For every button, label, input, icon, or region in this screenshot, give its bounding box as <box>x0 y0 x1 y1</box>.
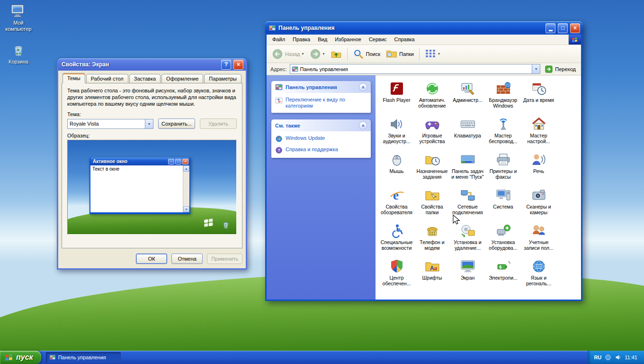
delete-button[interactable]: Удалить <box>200 118 237 129</box>
cp-item-label: Установка оборудова... <box>486 239 521 251</box>
cp-item-addhw[interactable]: Установка оборудова... <box>485 222 521 258</box>
forward-button[interactable]: ▾ <box>307 47 327 61</box>
cp-item-flash[interactable]: Flash Player <box>379 80 414 116</box>
cp-item-speech[interactable]: Речь <box>521 151 556 187</box>
cp-item-taskbarmenu[interactable]: Панель задач и меню "Пуск" <box>450 151 485 187</box>
cp-item-update[interactable]: Автоматич. обновление <box>414 80 450 116</box>
dialog-titlebar[interactable]: Свойства: Экран ? × <box>58 58 246 71</box>
back-label: Назад <box>285 51 300 57</box>
cp-item-firewall[interactable]: Брандмауэр Windows <box>485 80 521 116</box>
cp-item-wireless[interactable]: Мастер беспровод... <box>485 116 521 151</box>
tab-appearance[interactable]: Оформление <box>161 74 203 83</box>
theme-select[interactable]: Royale Vista ▼ <box>67 119 153 129</box>
language-indicator[interactable]: RU <box>594 355 601 360</box>
start-label: пуск <box>16 353 33 362</box>
cp-item-regional[interactable]: Язык и регональ... <box>521 258 556 293</box>
cp-item-access[interactable]: Специальные возможности <box>379 222 414 258</box>
power-icon <box>496 259 511 274</box>
network-tray-icon[interactable] <box>605 354 611 361</box>
cp-item-netwizard[interactable]: Мастер настрой... <box>521 116 556 151</box>
sidebar-box2-header[interactable]: См. также <box>271 119 371 131</box>
desktop-icon-my-computer[interactable]: Мой компьютер <box>0 3 37 32</box>
window-titlebar[interactable]: Панель управления □ × <box>265 21 582 35</box>
back-button[interactable]: Назад ▾ <box>269 47 306 61</box>
cp-item-sounds[interactable]: Звуки и аудиоустр... <box>379 116 414 151</box>
help-button[interactable]: ? <box>221 60 231 70</box>
taskbar-item-control-panel[interactable]: Панель управления <box>46 352 121 363</box>
menu-item-view[interactable]: Вид <box>314 35 331 45</box>
ok-button[interactable]: ОК <box>136 254 167 264</box>
cp-item-printers[interactable]: Принтеры и факсы <box>485 151 521 187</box>
cp-item-label: Язык и регональ... <box>521 275 556 286</box>
menu-item-help[interactable]: Справка <box>391 35 419 45</box>
go-button[interactable]: Переход <box>543 65 577 73</box>
cp-item-users[interactable]: Учетные записи пол... <box>521 222 556 258</box>
tab-screensaver[interactable]: Заставка <box>129 74 161 83</box>
cp-item-label: Учетные записи пол... <box>521 239 556 251</box>
cp-item-mouse[interactable]: Мышь <box>379 151 414 187</box>
address-input[interactable]: Панель управления ▼ <box>290 64 541 74</box>
chevron-down-icon: ▾ <box>323 52 325 56</box>
close-button[interactable]: × <box>233 60 243 70</box>
menu-item-tools[interactable]: Сервис <box>365 35 391 45</box>
tab-settings[interactable]: Параметры <box>204 74 242 83</box>
collapse-chevron-icon[interactable] <box>359 83 367 91</box>
cp-item-netconn[interactable]: Сетевые подключения <box>450 187 485 222</box>
apply-button[interactable]: Применить <box>207 254 242 264</box>
cp-item-camera[interactable]: Сканеры и камеры <box>521 187 556 222</box>
preview-scrollbar: ▲ ▼ <box>183 165 189 212</box>
sidebar-link-windows-update[interactable]: Windows Update <box>275 135 367 143</box>
cp-item-game[interactable]: Игровые устройства <box>414 116 450 151</box>
start-button[interactable]: пуск <box>0 351 41 364</box>
cp-item-addremove[interactable]: Установка и удаление... <box>450 222 485 258</box>
close-button[interactable]: × <box>570 23 580 33</box>
menu-item-file[interactable]: Файл <box>268 35 289 45</box>
desktop-icon-recycle-bin[interactable]: Корзина <box>0 42 37 65</box>
system-icon <box>496 188 511 203</box>
cp-item-label: Flash Player <box>383 97 410 103</box>
cp-item-label: Специальные возможности <box>379 239 414 251</box>
address-dropdown-button[interactable]: ▼ <box>532 64 540 73</box>
cp-item-admin[interactable]: Администр... <box>450 80 485 116</box>
cp-item-tasks[interactable]: Назначенные задания <box>414 151 450 187</box>
tab-themes[interactable]: Темы <box>63 73 85 83</box>
cp-item-datetime[interactable]: Дата и время <box>521 80 556 116</box>
sidebar-link-help-and-support[interactable]: ?Справка и поддержка <box>275 146 367 154</box>
cp-item-security[interactable]: Центр обеспечен... <box>379 258 414 293</box>
dialog-body: ТемыРабочий столЗаставкаОформлениеПараме… <box>58 71 246 268</box>
address-bar: Адрес: Панель управления ▼ Переход <box>267 63 581 75</box>
folders-label: Папки <box>399 51 414 57</box>
volume-tray-icon[interactable] <box>615 354 621 361</box>
control-panel-icon <box>268 24 276 32</box>
minimize-button[interactable] <box>546 23 555 33</box>
collapse-chevron-icon[interactable] <box>359 121 367 129</box>
cp-item-inet[interactable]: eСвойства обозревателя <box>379 187 414 222</box>
search-icon <box>353 48 364 60</box>
menu-item-edit[interactable]: Правка <box>289 35 314 45</box>
tab-desktop[interactable]: Рабочий стол <box>86 74 128 83</box>
search-button[interactable]: Поиск <box>350 47 383 61</box>
views-button[interactable]: ▾ <box>422 47 442 61</box>
recycle-bin-icon <box>221 220 231 229</box>
cp-item-power[interactable]: Электропи... <box>485 258 521 293</box>
chevron-down-icon[interactable]: ▼ <box>145 119 153 128</box>
sidebar-link-switch-to-category-view[interactable]: Переключение к виду по категориям <box>275 97 367 109</box>
up-button[interactable] <box>328 47 344 61</box>
cp-item-system[interactable]: Система <box>485 187 521 222</box>
toolbar: Назад ▾ ▾ Поиск Папки ▾ <box>267 45 581 63</box>
sidebar-box1-header[interactable]: Панель управления <box>271 81 371 93</box>
cp-item-folderopt[interactable]: Свойства папки <box>414 187 450 222</box>
admin-icon <box>460 81 475 96</box>
sidebar-box1-title: Панель управления <box>286 84 356 90</box>
cancel-button[interactable]: Отмена <box>171 254 203 264</box>
cp-item-label: Назначенные задания <box>415 168 450 180</box>
cp-item-fonts[interactable]: AaШрифты <box>414 258 450 293</box>
folders-button[interactable]: Папки <box>384 47 416 61</box>
menu-item-favorites[interactable]: Избранное <box>331 35 365 45</box>
toolbar-separator <box>419 48 420 60</box>
cp-item-keyboard[interactable]: Клавиатура <box>450 116 485 151</box>
save-as-button[interactable]: Сохранить... <box>158 118 195 129</box>
cp-item-phone[interactable]: Телефон и модем <box>414 222 450 258</box>
cp-item-display[interactable]: Экран <box>450 258 485 293</box>
maximize-button[interactable]: □ <box>558 23 568 33</box>
